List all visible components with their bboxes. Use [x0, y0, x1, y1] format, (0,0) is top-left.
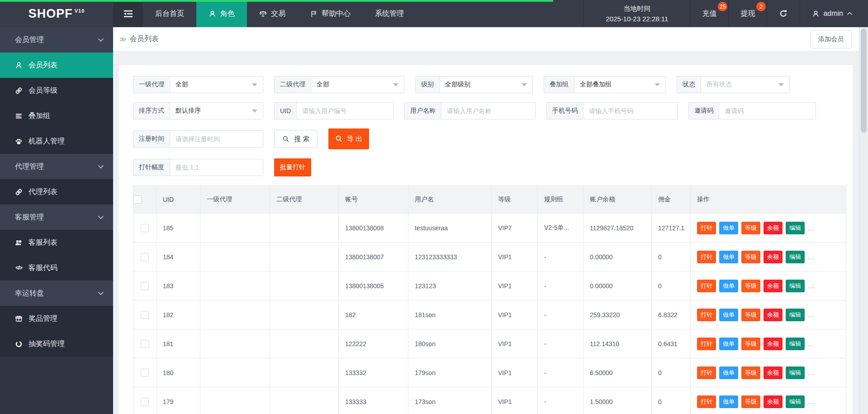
- make-order-button[interactable]: 做单: [719, 395, 738, 408]
- cell-uid: 182: [157, 300, 200, 329]
- search-button[interactable]: 搜 索: [274, 130, 318, 148]
- more-actions[interactable]: ...: [808, 311, 815, 319]
- make-order-button[interactable]: 做单: [719, 309, 738, 321]
- nav-item-dashboard[interactable]: 后台首页: [143, 0, 196, 27]
- nav-item-roles[interactable]: 角色: [196, 0, 247, 27]
- make-order-button[interactable]: 做单: [719, 338, 738, 350]
- sidebar-group-member[interactable]: 会员管理: [0, 27, 113, 52]
- balance-button[interactable]: 余额: [764, 222, 783, 234]
- username-input[interactable]: [441, 103, 535, 119]
- edit-button[interactable]: 编辑: [786, 395, 805, 408]
- page-scrollbar[interactable]: [859, 27, 868, 414]
- nav-item-help-center[interactable]: 帮助中心: [298, 0, 363, 27]
- inject-button[interactable]: 打针: [697, 309, 716, 321]
- row-checkbox[interactable]: [141, 369, 149, 377]
- edit-button[interactable]: 编辑: [786, 280, 805, 292]
- sidebar-item-service-list[interactable]: 客服列表: [0, 230, 113, 255]
- inject-range-input[interactable]: [170, 159, 263, 176]
- sidebar-item-lottery-code-management[interactable]: 抽奖码管理: [0, 331, 113, 357]
- inject-button[interactable]: 打针: [697, 366, 716, 379]
- sidebar-item-label: 奖品管理: [28, 314, 57, 324]
- overlay-group-select[interactable]: 全部叠加组: [574, 76, 665, 93]
- row-actions: 打针 做单 等级 余额 编辑 ...: [697, 280, 840, 292]
- level-button[interactable]: 等级: [741, 366, 760, 379]
- inject-button[interactable]: 打针: [697, 395, 716, 408]
- edit-button[interactable]: 编辑: [786, 222, 805, 234]
- level-button[interactable]: 等级: [741, 338, 760, 350]
- row-checkbox[interactable]: [141, 224, 149, 232]
- more-actions[interactable]: ...: [808, 282, 815, 290]
- invite-code-input[interactable]: [719, 103, 816, 119]
- row-checkbox[interactable]: [141, 253, 149, 261]
- row-checkbox[interactable]: [141, 282, 149, 290]
- select-all-checkbox[interactable]: [133, 195, 142, 204]
- user-menu[interactable]: admin: [800, 0, 868, 27]
- uid-input[interactable]: [297, 103, 393, 119]
- balance-button[interactable]: 余额: [764, 395, 783, 408]
- phone-input[interactable]: [583, 103, 677, 119]
- more-actions[interactable]: ...: [808, 398, 815, 405]
- nav-item-system[interactable]: 系统管理: [363, 0, 416, 27]
- sidebar-item-overlay-group[interactable]: 叠加组: [0, 103, 113, 128]
- sidebar-group-agent[interactable]: 代理管理: [0, 154, 113, 179]
- agent1-select[interactable]: 全部: [170, 76, 263, 93]
- scrollbar-thumb[interactable]: [861, 29, 867, 133]
- inject-button[interactable]: 打针: [697, 280, 716, 292]
- inject-button[interactable]: 打针: [697, 251, 716, 263]
- make-order-button[interactable]: 做单: [719, 251, 738, 263]
- table-row: 181 122222 180son VIP1 - 112.14310 0.643…: [133, 329, 846, 358]
- batch-inject-button[interactable]: 批量打针: [274, 158, 311, 176]
- sidebar-toggle-button[interactable]: [113, 0, 143, 27]
- inject-button[interactable]: 打针: [697, 338, 716, 350]
- sidebar-group-lucky-wheel[interactable]: 幸运转盘: [0, 281, 113, 306]
- more-actions[interactable]: ...: [808, 253, 815, 261]
- member-list-panel: 一级代理 全部 二级代理 全部: [119, 65, 853, 414]
- withdraw-button[interactable]: 提现 2: [729, 0, 767, 27]
- nav-item-trade[interactable]: 交易: [247, 0, 298, 27]
- level-button[interactable]: 等级: [741, 251, 760, 263]
- sidebar-item-agent-list[interactable]: 代理列表: [0, 179, 113, 205]
- balance-button[interactable]: 余额: [764, 280, 783, 292]
- recharge-button[interactable]: 充值 25: [690, 0, 729, 27]
- sidebar-item-service-code[interactable]: </> 客服代码: [0, 255, 113, 281]
- agent2-select[interactable]: 全部: [311, 76, 404, 93]
- level-select[interactable]: 全部级别: [440, 76, 532, 93]
- level-button[interactable]: 等级: [741, 395, 760, 408]
- row-checkbox[interactable]: [141, 340, 149, 348]
- inject-button[interactable]: 打针: [697, 222, 716, 234]
- balance-button[interactable]: 余额: [764, 251, 783, 263]
- edit-button[interactable]: 编辑: [786, 338, 805, 350]
- balance-button[interactable]: 余额: [764, 309, 783, 321]
- row-checkbox[interactable]: [141, 398, 149, 406]
- cell-commission: 0: [652, 358, 691, 387]
- edit-button[interactable]: 编辑: [786, 251, 805, 263]
- edit-button[interactable]: 编辑: [786, 309, 805, 321]
- sort-select[interactable]: 默认排序: [170, 103, 263, 119]
- sidebar-item-member-level[interactable]: 会员等级: [0, 78, 113, 103]
- more-actions[interactable]: ...: [808, 369, 815, 376]
- reg-time-input[interactable]: [170, 131, 263, 147]
- cell-balance: 1129827.18520: [583, 214, 652, 243]
- more-actions[interactable]: ...: [808, 340, 815, 347]
- sidebar-item-robot-management[interactable]: 机器人管理: [0, 128, 113, 154]
- make-order-button[interactable]: 做单: [719, 366, 738, 379]
- level-button[interactable]: 等级: [741, 280, 760, 292]
- level-button[interactable]: 等级: [741, 222, 760, 234]
- export-button[interactable]: 导 出: [328, 128, 369, 149]
- make-order-button[interactable]: 做单: [719, 280, 738, 292]
- sidebar-item-prize-management[interactable]: 奖品管理: [0, 306, 113, 331]
- status-select[interactable]: 所有状态: [701, 76, 789, 93]
- balance-button[interactable]: 余额: [764, 338, 783, 350]
- refresh-button[interactable]: [767, 0, 800, 27]
- make-order-button[interactable]: 做单: [719, 222, 738, 234]
- add-member-button[interactable]: 添加会员: [810, 30, 852, 48]
- row-checkbox[interactable]: [141, 311, 149, 319]
- sidebar-group-service[interactable]: 客服管理: [0, 205, 113, 230]
- more-actions[interactable]: ...: [808, 224, 815, 232]
- cell-agent1: [200, 214, 270, 243]
- cell-uid: 183: [157, 271, 200, 300]
- edit-button[interactable]: 编辑: [786, 366, 805, 379]
- sidebar-item-member-list[interactable]: 会员列表: [0, 52, 113, 78]
- balance-button[interactable]: 余额: [764, 366, 783, 379]
- level-button[interactable]: 等级: [741, 309, 760, 321]
